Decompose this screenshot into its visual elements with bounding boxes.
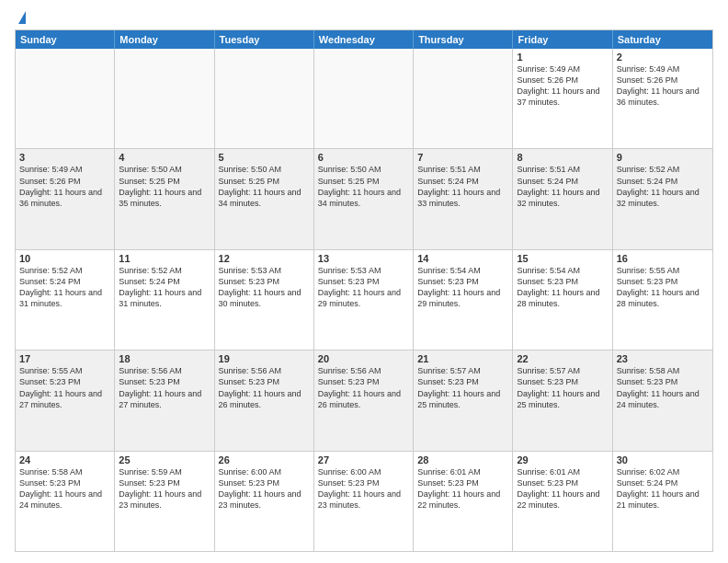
day-info: Sunrise: 5:53 AM Sunset: 5:23 PM Dayligh… (318, 265, 409, 310)
day-of-week-header: Wednesday (314, 30, 414, 49)
day-number: 21 (417, 353, 508, 364)
day-number: 28 (417, 454, 508, 465)
day-number: 24 (19, 454, 110, 465)
calendar-cell: 4Sunrise: 5:50 AM Sunset: 5:25 PM Daylig… (115, 149, 214, 248)
day-info: Sunrise: 5:54 AM Sunset: 5:23 PM Dayligh… (517, 265, 608, 310)
calendar-cell: 15Sunrise: 5:54 AM Sunset: 5:23 PM Dayli… (513, 250, 612, 350)
calendar-cell: 11Sunrise: 5:52 AM Sunset: 5:24 PM Dayli… (115, 250, 214, 350)
calendar-week: 24Sunrise: 5:58 AM Sunset: 5:23 PM Dayli… (16, 452, 712, 551)
calendar-cell: 16Sunrise: 5:55 AM Sunset: 5:23 PM Dayli… (613, 250, 712, 350)
day-of-week-header: Saturday (613, 30, 712, 49)
day-number: 13 (318, 253, 409, 264)
calendar-cell: 24Sunrise: 5:58 AM Sunset: 5:23 PM Dayli… (16, 452, 115, 551)
logo (15, 11, 26, 22)
day-info: Sunrise: 5:56 AM Sunset: 5:23 PM Dayligh… (219, 365, 310, 410)
day-info: Sunrise: 5:59 AM Sunset: 5:23 PM Dayligh… (119, 466, 210, 511)
day-number: 18 (119, 353, 210, 364)
day-number: 25 (119, 454, 210, 465)
day-of-week-header: Sunday (16, 30, 115, 49)
day-number: 29 (517, 454, 608, 465)
day-info: Sunrise: 6:00 AM Sunset: 5:23 PM Dayligh… (318, 466, 409, 511)
calendar-cell: 8Sunrise: 5:51 AM Sunset: 5:24 PM Daylig… (513, 149, 612, 248)
day-number: 6 (318, 152, 409, 163)
day-info: Sunrise: 5:50 AM Sunset: 5:25 PM Dayligh… (119, 164, 210, 209)
day-number: 2 (617, 52, 709, 63)
day-number: 27 (318, 454, 409, 465)
day-number: 15 (517, 253, 608, 264)
calendar-cell: 14Sunrise: 5:54 AM Sunset: 5:23 PM Dayli… (414, 250, 513, 350)
day-info: Sunrise: 5:57 AM Sunset: 5:23 PM Dayligh… (517, 365, 608, 410)
day-info: Sunrise: 5:55 AM Sunset: 5:23 PM Dayligh… (617, 265, 709, 310)
day-info: Sunrise: 5:49 AM Sunset: 5:26 PM Dayligh… (19, 164, 110, 209)
day-info: Sunrise: 6:01 AM Sunset: 5:23 PM Dayligh… (517, 466, 608, 511)
day-number: 12 (219, 253, 310, 264)
calendar-cell: 7Sunrise: 5:51 AM Sunset: 5:24 PM Daylig… (414, 149, 513, 248)
calendar-week: 17Sunrise: 5:55 AM Sunset: 5:23 PM Dayli… (16, 350, 712, 451)
day-info: Sunrise: 5:56 AM Sunset: 5:23 PM Dayligh… (318, 365, 409, 410)
day-info: Sunrise: 5:51 AM Sunset: 5:24 PM Dayligh… (517, 164, 608, 209)
day-number: 7 (417, 152, 508, 163)
calendar-cell: 17Sunrise: 5:55 AM Sunset: 5:23 PM Dayli… (16, 350, 115, 450)
day-number: 17 (19, 353, 110, 364)
day-of-week-header: Thursday (414, 30, 513, 49)
day-number: 16 (617, 253, 709, 264)
calendar-week: 1Sunrise: 5:49 AM Sunset: 5:26 PM Daylig… (16, 49, 712, 149)
calendar-cell: 13Sunrise: 5:53 AM Sunset: 5:23 PM Dayli… (314, 250, 414, 350)
day-number: 20 (318, 353, 409, 364)
day-info: Sunrise: 5:50 AM Sunset: 5:25 PM Dayligh… (318, 164, 409, 209)
calendar-cell: 29Sunrise: 6:01 AM Sunset: 5:23 PM Dayli… (513, 452, 612, 551)
calendar-header: SundayMondayTuesdayWednesdayThursdayFrid… (16, 30, 712, 49)
day-number: 9 (617, 152, 709, 163)
calendar-body: 1Sunrise: 5:49 AM Sunset: 5:26 PM Daylig… (16, 49, 712, 551)
day-info: Sunrise: 5:56 AM Sunset: 5:23 PM Dayligh… (119, 365, 210, 410)
calendar-cell: 9Sunrise: 5:52 AM Sunset: 5:24 PM Daylig… (613, 149, 712, 248)
calendar-cell: 28Sunrise: 6:01 AM Sunset: 5:23 PM Dayli… (414, 452, 513, 551)
calendar-cell: 3Sunrise: 5:49 AM Sunset: 5:26 PM Daylig… (16, 149, 115, 248)
calendar-cell: 18Sunrise: 5:56 AM Sunset: 5:23 PM Dayli… (115, 350, 214, 450)
calendar-cell (414, 49, 513, 148)
day-info: Sunrise: 5:53 AM Sunset: 5:23 PM Dayligh… (219, 265, 310, 310)
header (15, 11, 713, 22)
calendar-cell: 19Sunrise: 5:56 AM Sunset: 5:23 PM Dayli… (215, 350, 314, 450)
calendar-cell (115, 49, 214, 148)
day-info: Sunrise: 5:52 AM Sunset: 5:24 PM Dayligh… (119, 265, 210, 310)
day-number: 3 (19, 152, 110, 163)
calendar-cell: 30Sunrise: 6:02 AM Sunset: 5:24 PM Dayli… (613, 452, 712, 551)
calendar-cell: 20Sunrise: 5:56 AM Sunset: 5:23 PM Dayli… (314, 350, 414, 450)
day-info: Sunrise: 5:52 AM Sunset: 5:24 PM Dayligh… (19, 265, 110, 310)
calendar: SundayMondayTuesdayWednesdayThursdayFrid… (15, 29, 713, 552)
day-info: Sunrise: 6:01 AM Sunset: 5:23 PM Dayligh… (417, 466, 508, 511)
day-number: 10 (19, 253, 110, 264)
calendar-cell (215, 49, 314, 148)
day-number: 4 (119, 152, 210, 163)
logo-triangle-icon (18, 11, 26, 24)
page: SundayMondayTuesdayWednesdayThursdayFrid… (0, 0, 728, 563)
day-number: 14 (417, 253, 508, 264)
day-of-week-header: Friday (513, 30, 612, 49)
day-info: Sunrise: 5:58 AM Sunset: 5:23 PM Dayligh… (617, 365, 709, 410)
day-number: 8 (517, 152, 608, 163)
day-number: 30 (617, 454, 709, 465)
day-info: Sunrise: 5:50 AM Sunset: 5:25 PM Dayligh… (219, 164, 310, 209)
day-info: Sunrise: 5:55 AM Sunset: 5:23 PM Dayligh… (19, 365, 110, 410)
day-number: 26 (219, 454, 310, 465)
calendar-cell (314, 49, 414, 148)
calendar-week: 10Sunrise: 5:52 AM Sunset: 5:24 PM Dayli… (16, 250, 712, 350)
calendar-week: 3Sunrise: 5:49 AM Sunset: 5:26 PM Daylig… (16, 149, 712, 249)
calendar-cell: 22Sunrise: 5:57 AM Sunset: 5:23 PM Dayli… (513, 350, 612, 450)
calendar-cell: 2Sunrise: 5:49 AM Sunset: 5:26 PM Daylig… (613, 49, 712, 148)
day-info: Sunrise: 5:58 AM Sunset: 5:23 PM Dayligh… (19, 466, 110, 511)
calendar-cell: 12Sunrise: 5:53 AM Sunset: 5:23 PM Dayli… (215, 250, 314, 350)
calendar-cell: 25Sunrise: 5:59 AM Sunset: 5:23 PM Dayli… (115, 452, 214, 551)
calendar-cell: 23Sunrise: 5:58 AM Sunset: 5:23 PM Dayli… (613, 350, 712, 450)
calendar-cell: 10Sunrise: 5:52 AM Sunset: 5:24 PM Dayli… (16, 250, 115, 350)
day-info: Sunrise: 5:49 AM Sunset: 5:26 PM Dayligh… (517, 63, 608, 109)
day-info: Sunrise: 6:02 AM Sunset: 5:24 PM Dayligh… (617, 466, 709, 511)
day-info: Sunrise: 5:49 AM Sunset: 5:26 PM Dayligh… (617, 63, 709, 109)
calendar-cell: 27Sunrise: 6:00 AM Sunset: 5:23 PM Dayli… (314, 452, 414, 551)
day-info: Sunrise: 5:57 AM Sunset: 5:23 PM Dayligh… (417, 365, 508, 410)
day-info: Sunrise: 5:54 AM Sunset: 5:23 PM Dayligh… (417, 265, 508, 310)
day-number: 1 (517, 52, 608, 63)
day-number: 5 (219, 152, 310, 163)
calendar-cell (16, 49, 115, 148)
